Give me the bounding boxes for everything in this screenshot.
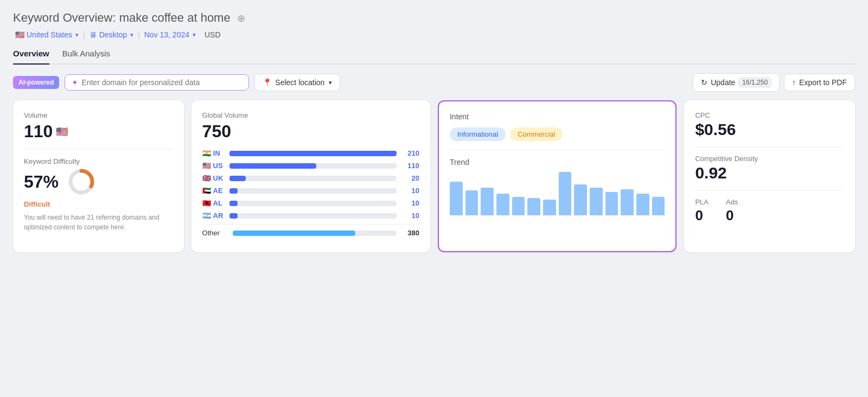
bar-track-other <box>233 230 397 236</box>
trend-bar-10 <box>590 188 603 215</box>
country-US: 🇺🇸 US <box>202 162 225 170</box>
bar-track-US <box>229 163 397 169</box>
country-other: Other <box>202 229 228 237</box>
bar-num-AL: 10 <box>401 199 419 207</box>
date-filter[interactable]: Nov 13, 2024 ▾ <box>142 29 198 40</box>
bar-row-US: 🇺🇸 US 110 <box>202 162 419 170</box>
cd-label: Competitive Density <box>695 155 844 163</box>
ads-section: Ads 0 <box>726 198 738 224</box>
flag-uk-icon: 🇬🇧 <box>202 174 211 182</box>
intent-section: Intent Informational Commercial <box>450 112 665 141</box>
trend-bar-9 <box>574 184 587 215</box>
bar-fill-AL <box>229 201 238 206</box>
pla-section: PLA 0 <box>695 198 709 224</box>
trend-bar-13 <box>636 194 649 215</box>
bar-num-US: 110 <box>401 162 419 170</box>
toolbar-right: ↻ Update 16/1,250 ↑ Export to PDF <box>693 73 855 92</box>
bar-row-other: Other 380 <box>202 229 419 237</box>
flag-ar-icon: 🇦🇷 <box>202 212 211 220</box>
volume-divider <box>24 149 173 150</box>
kd-donut <box>67 168 95 196</box>
trend-chart <box>450 172 665 215</box>
currency-label: USD <box>205 30 221 39</box>
bar-num-UK: 20 <box>401 174 419 182</box>
plus-icon[interactable]: ⊕ <box>237 13 245 24</box>
trend-bar-5 <box>512 197 525 215</box>
pla-label: PLA <box>695 198 709 206</box>
date-chevron-icon: ▾ <box>193 31 196 39</box>
update-button[interactable]: ↻ Update 16/1,250 <box>693 73 780 92</box>
bar-row-AR: 🇦🇷 AR 10 <box>202 212 419 220</box>
intent-tags: Informational Commercial <box>450 127 665 141</box>
cpc-value: $0.56 <box>695 120 844 139</box>
bar-track-AR <box>229 213 397 219</box>
location-select-btn[interactable]: 📍 Select location ▾ <box>254 74 340 91</box>
cd-divider <box>695 190 844 190</box>
bar-fill-UK <box>229 176 246 181</box>
device-chevron-icon: ▾ <box>130 31 133 39</box>
location-label: United States <box>27 30 72 39</box>
bar-num-AE: 10 <box>401 187 419 195</box>
location-filter[interactable]: 🇺🇸 United States ▾ <box>13 29 81 40</box>
trend-bar-11 <box>605 192 618 215</box>
bar-num-AR: 10 <box>401 212 419 220</box>
bar-track-AL <box>229 201 397 206</box>
bar-fill-AE <box>229 188 238 194</box>
pla-ads-row: PLA 0 Ads 0 <box>695 198 844 224</box>
trend-bar-2 <box>465 190 478 215</box>
volume-kd-card: Volume 110 🇺🇸 Keyword Difficulty 57% Dif… <box>13 100 184 252</box>
tab-overview[interactable]: Overview <box>13 49 49 65</box>
domain-input[interactable] <box>81 78 242 87</box>
bar-track-AE <box>229 188 397 194</box>
other-divider <box>202 224 419 225</box>
global-volume-label: Global Volume <box>202 111 419 119</box>
date-label: Nov 13, 2024 <box>144 30 189 39</box>
trend-bar-4 <box>496 194 509 215</box>
kd-value: 57% <box>24 172 59 192</box>
tab-bulk-analysis[interactable]: Bulk Analysis <box>62 49 110 65</box>
volume-value-row: 110 🇺🇸 <box>24 121 173 142</box>
cpc-divider <box>695 146 844 147</box>
header-filters: 🇺🇸 United States ▾ | 🖥 Desktop ▾ | Nov 1… <box>13 29 855 40</box>
trend-bar-7 <box>543 200 556 215</box>
global-volume-value: 750 <box>202 121 419 142</box>
location-pin-icon: 📍 <box>263 78 272 87</box>
device-filter[interactable]: 🖥 Desktop ▾ <box>87 29 136 40</box>
global-volume-card: Global Volume 750 🇮🇳 IN 210 🇺🇸 US 110 🇬🇧… <box>192 100 430 252</box>
bar-fill-IN <box>229 151 397 156</box>
flag-al-icon: 🇦🇱 <box>202 199 211 207</box>
bar-fill-US <box>229 163 316 169</box>
trend-bar-3 <box>481 188 494 215</box>
bar-row-UK: 🇬🇧 UK 20 <box>202 174 419 182</box>
pla-value: 0 <box>695 207 709 224</box>
refresh-icon: ↻ <box>701 78 707 87</box>
country-AR: 🇦🇷 AR <box>202 212 225 220</box>
export-label: Export to PDF <box>799 78 847 87</box>
bar-fill-AR <box>229 213 238 219</box>
page-title: Keyword Overview: make coffee at home ⊕ <box>13 11 855 25</box>
title-prefix: Keyword Overview: <box>13 11 119 24</box>
location-dropdown-icon: ▾ <box>329 79 332 86</box>
export-button[interactable]: ↑ Export to PDF <box>784 74 855 91</box>
volume-flag-icon: 🇺🇸 <box>56 126 68 138</box>
intent-trend-divider <box>450 150 665 150</box>
trend-bar-6 <box>527 198 540 215</box>
ai-badge: AI-powered <box>13 76 59 89</box>
kd-donut-svg <box>67 168 95 196</box>
cd-value: 0.92 <box>695 164 844 182</box>
flag-us-icon: 🇺🇸 <box>202 162 211 170</box>
trend-bar-1 <box>450 182 463 215</box>
cpc-label: CPC <box>695 111 844 119</box>
intent-label: Intent <box>450 112 665 121</box>
trend-bar-14 <box>652 197 665 215</box>
location-chevron-icon: ▾ <box>75 31 79 39</box>
device-label: Desktop <box>99 30 127 39</box>
update-label: Update <box>711 78 735 87</box>
ads-label: Ads <box>726 198 738 206</box>
intent-tag-commercial: Commercial <box>510 127 563 141</box>
domain-input-wrap[interactable]: ✦ <box>65 74 249 91</box>
intent-tag-informational: Informational <box>450 127 506 141</box>
toolbar: AI-powered ✦ 📍 Select location ▾ ↻ Updat… <box>13 73 855 92</box>
sparkle-icon: ✦ <box>72 78 78 87</box>
cards-row: Volume 110 🇺🇸 Keyword Difficulty 57% Dif… <box>13 100 855 252</box>
